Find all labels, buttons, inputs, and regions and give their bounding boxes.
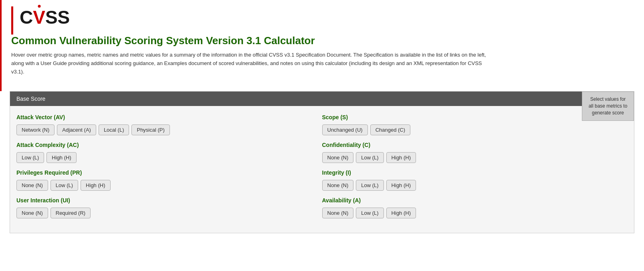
metric-confidentiality: Confidentiality (C) None (N) Low (L) Hig… xyxy=(322,142,628,163)
metric-privileges-required-buttons: None (N) Low (L) High (H) xyxy=(16,180,322,191)
metric-privileges-required-label: Privileges Required (PR) xyxy=(16,169,322,176)
btn-c-high[interactable]: High (H) xyxy=(386,152,416,163)
metric-privileges-required: Privileges Required (PR) None (N) Low (L… xyxy=(16,169,322,191)
btn-c-none[interactable]: None (N) xyxy=(322,152,354,163)
base-score-section: Base Score Select values for all base me… xyxy=(10,91,634,233)
logo-dot xyxy=(38,5,40,8)
metric-confidentiality-buttons: None (N) Low (L) High (H) xyxy=(322,152,628,163)
btn-s-unchanged[interactable]: Unchanged (U) xyxy=(322,124,368,135)
btn-a-none[interactable]: None (N) xyxy=(322,208,354,218)
metric-attack-vector-buttons: Network (N) Adjacent (A) Local (L) Physi… xyxy=(16,124,322,135)
logo-v: V xyxy=(33,6,45,28)
btn-av-network[interactable]: Network (N) xyxy=(16,124,55,135)
btn-ac-high[interactable]: High (H) xyxy=(46,152,76,163)
metric-attack-complexity-buttons: Low (L) High (H) xyxy=(16,152,322,163)
metric-integrity-label: Integrity (I) xyxy=(322,169,628,176)
btn-c-low[interactable]: Low (L) xyxy=(356,152,384,163)
section-header-label: Base Score xyxy=(16,96,45,102)
metric-attack-vector: Attack Vector (AV) Network (N) Adjacent … xyxy=(16,114,322,135)
metric-user-interaction-buttons: None (N) Required (R) xyxy=(16,208,322,218)
metrics-left: Attack Vector (AV) Network (N) Adjacent … xyxy=(16,114,322,225)
btn-i-low[interactable]: Low (L) xyxy=(356,180,384,191)
btn-av-adjacent[interactable]: Adjacent (A) xyxy=(57,124,96,135)
metric-attack-complexity: Attack Complexity (AC) Low (L) High (H) xyxy=(16,142,322,163)
metric-integrity: Integrity (I) None (N) Low (L) High (H) xyxy=(322,169,628,191)
logo-c: C xyxy=(20,6,33,28)
score-hint: Select values for all base metrics to ge… xyxy=(582,92,634,120)
section-header: Base Score xyxy=(10,92,634,106)
page-title: Common Vulnerability Scoring System Vers… xyxy=(11,35,634,47)
btn-ui-none[interactable]: None (N) xyxy=(16,208,48,218)
metric-integrity-buttons: None (N) Low (L) High (H) xyxy=(322,180,628,191)
metric-availability-label: Availability (A) xyxy=(322,197,628,204)
metric-availability-buttons: None (N) Low (L) High (H) xyxy=(322,208,628,218)
btn-ac-low[interactable]: Low (L) xyxy=(16,152,44,163)
btn-pr-low[interactable]: Low (L) xyxy=(50,180,78,191)
btn-av-physical[interactable]: Physical (P) xyxy=(131,124,170,135)
btn-a-high[interactable]: High (H) xyxy=(386,208,416,218)
metric-availability: Availability (A) None (N) Low (L) High (… xyxy=(322,197,628,218)
btn-i-none[interactable]: None (N) xyxy=(322,180,354,191)
logo-ss: SS xyxy=(45,6,70,28)
page-description: Hover over metric group names, metric na… xyxy=(11,51,492,76)
metric-attack-complexity-label: Attack Complexity (AC) xyxy=(16,142,322,148)
metrics-right: Scope (S) Unchanged (U) Changed (C) Conf… xyxy=(322,114,628,225)
metric-confidentiality-label: Confidentiality (C) xyxy=(322,142,628,148)
btn-a-low[interactable]: Low (L) xyxy=(356,208,384,218)
metric-user-interaction-label: User Interaction (UI) xyxy=(16,197,322,204)
btn-ui-required[interactable]: Required (R) xyxy=(50,208,91,218)
btn-pr-high[interactable]: High (H) xyxy=(81,180,110,191)
btn-av-local[interactable]: Local (L) xyxy=(99,124,129,135)
btn-i-high[interactable]: High (H) xyxy=(386,180,416,191)
metric-attack-vector-label: Attack Vector (AV) xyxy=(16,114,322,120)
cvss-logo: C V SS xyxy=(20,6,70,28)
metrics-grid: Attack Vector (AV) Network (N) Adjacent … xyxy=(10,106,634,233)
metric-user-interaction: User Interaction (UI) None (N) Required … xyxy=(16,197,322,218)
metric-scope-buttons: Unchanged (U) Changed (C) xyxy=(322,124,628,135)
btn-pr-none[interactable]: None (N) xyxy=(16,180,48,191)
btn-s-changed[interactable]: Changed (C) xyxy=(370,124,410,135)
